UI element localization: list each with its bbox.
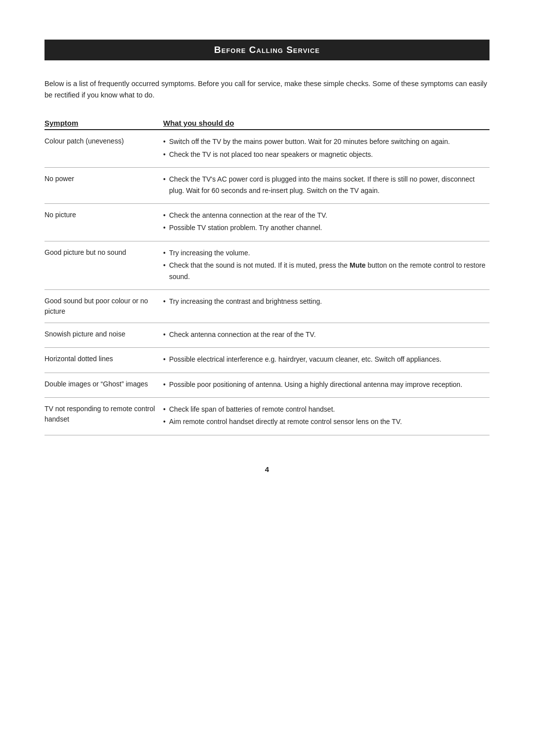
symptom-cell: Good picture but no sound (44, 247, 163, 258)
table-rows-container: Colour patch (uneveness)Switch off the T… (44, 130, 490, 435)
mute-bold: Mute (350, 261, 366, 269)
action-item: Possible electrical interference e.g. ha… (163, 354, 490, 365)
table-row: Good sound but poor colour or no picture… (44, 290, 490, 323)
page-title-bar: Before Calling Service (44, 40, 490, 60)
action-item: Check antenna connection at the rear of … (163, 329, 490, 340)
action-item: Possible poor positioning of antenna. Us… (163, 379, 490, 390)
action-cell: Switch off the TV by the mains power but… (163, 136, 490, 161)
action-cell: Check the antenna connection at the rear… (163, 210, 490, 235)
table-row: TV not responding to remote control hand… (44, 398, 490, 435)
action-item: Check the antenna connection at the rear… (163, 210, 490, 221)
table-row: Good picture but no soundTry increasing … (44, 241, 490, 290)
symptom-cell: Colour patch (uneveness) (44, 136, 163, 146)
symptom-cell: Double images or “Ghost” images (44, 379, 163, 389)
symptom-cell: No picture (44, 210, 163, 220)
table-row: No pictureCheck the antenna connection a… (44, 204, 490, 241)
action-column-header: What you should do (163, 119, 490, 127)
table-row: Colour patch (uneveness)Switch off the T… (44, 130, 490, 168)
page-number: 4 (44, 465, 490, 473)
action-cell: Try increasing the contrast and brightne… (163, 296, 490, 308)
symptom-cell: Horizontal dotted lines (44, 354, 163, 364)
action-item: Possible TV station problem. Try another… (163, 222, 490, 233)
table-row: Horizontal dotted linesPossible electric… (44, 348, 490, 373)
table-row: Double images or “Ghost” imagesPossible … (44, 373, 490, 398)
action-cell: Try increasing the volume.Check that the… (163, 247, 490, 284)
action-cell: Check the TV's AC power cord is plugged … (163, 174, 490, 197)
action-cell: Check life span of batteries of remote c… (163, 404, 490, 429)
symptom-column-header: Symptom (44, 119, 163, 127)
action-cell: Possible electrical interference e.g. ha… (163, 354, 490, 366)
page-title: Before Calling Service (54, 45, 480, 55)
table-row: Snowish picture and noiseCheck antenna c… (44, 323, 490, 348)
intro-paragraph: Below is a list of frequently occurred s… (44, 78, 490, 101)
symptom-cell: Good sound but poor colour or no picture (44, 296, 163, 317)
action-item: Check the TV is not placed too near spea… (163, 149, 490, 160)
symptom-cell: Snowish picture and noise (44, 329, 163, 339)
action-item: Try increasing the volume. (163, 247, 490, 258)
action-item: Check life span of batteries of remote c… (163, 404, 490, 415)
action-cell: Possible poor positioning of antenna. Us… (163, 379, 490, 391)
table-row: No powerCheck the TV's AC power cord is … (44, 168, 490, 204)
symptom-cell: TV not responding to remote control hand… (44, 404, 163, 425)
action-cell: Check antenna connection at the rear of … (163, 329, 490, 341)
table-header: Symptom What you should do (44, 119, 490, 130)
action-item: Try increasing the contrast and brightne… (163, 296, 490, 307)
symptom-cell: No power (44, 174, 163, 184)
action-item: Aim remote control handset directly at r… (163, 416, 490, 427)
action-item: Check that the sound is not muted. If it… (163, 260, 490, 282)
action-item: Check the TV's AC power cord is plugged … (163, 174, 490, 196)
service-table: Symptom What you should do Colour patch … (44, 119, 490, 435)
action-item: Switch off the TV by the mains power but… (163, 136, 490, 147)
